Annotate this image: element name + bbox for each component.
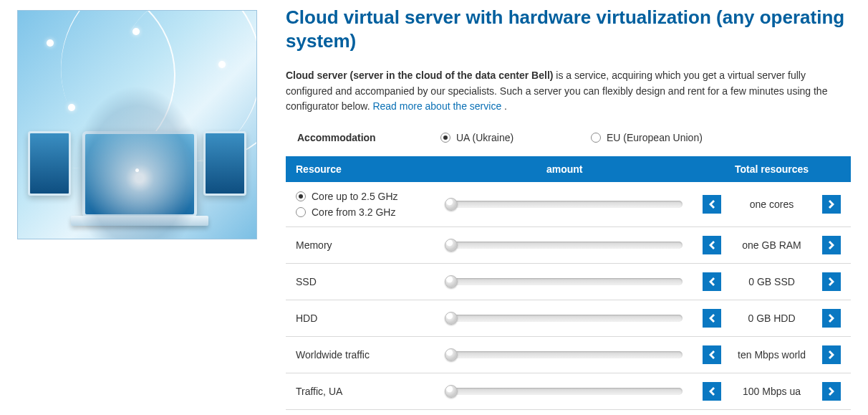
lead-text: Cloud server (server in the cloud of the… <box>286 68 851 115</box>
chevron-right-icon <box>829 200 834 209</box>
slider-thumb[interactable] <box>445 348 458 361</box>
worldwide-decrement[interactable] <box>703 345 721 364</box>
radio-icon <box>296 207 306 217</box>
traffic-ua-label: Traffic, UA <box>286 373 436 410</box>
slider-thumb[interactable] <box>445 312 458 325</box>
chevron-right-icon <box>829 241 834 249</box>
core-slider[interactable] <box>446 201 683 208</box>
memory-increment[interactable] <box>822 236 841 254</box>
radio-icon <box>296 191 306 201</box>
header-total: Total resources <box>693 156 851 182</box>
memory-slider[interactable] <box>446 242 683 249</box>
chevron-right-icon <box>829 350 834 359</box>
chevron-right-icon <box>829 314 834 323</box>
ssd-slider[interactable] <box>446 278 683 285</box>
hdd-label: HDD <box>286 300 436 337</box>
accommodation-eu[interactable]: EU (European Union) <box>591 132 703 143</box>
accommodation-ua[interactable]: UA (Ukraine) <box>440 132 569 143</box>
slider-thumb[interactable] <box>445 275 458 288</box>
worldwide-label: Worldwide traffic <box>286 337 436 373</box>
ssd-total: 0 GB SSD <box>730 276 814 287</box>
worldwide-increment[interactable] <box>822 345 841 364</box>
chevron-left-icon <box>709 387 715 396</box>
chevron-right-icon <box>829 277 834 286</box>
memory-label: Memory <box>286 227 436 264</box>
row-core: Core up to 2.5 GHz Core from 3.2 GHz <box>286 182 851 227</box>
row-hdd: HDD 0 GB HDD <box>286 300 851 337</box>
radio-icon <box>440 133 450 143</box>
slider-thumb[interactable] <box>445 198 458 211</box>
worldwide-total: ten Mbps world <box>730 349 814 361</box>
worldwide-slider[interactable] <box>446 351 683 358</box>
traffic-ua-total: 100 Mbps ua <box>730 386 814 397</box>
header-amount: amount <box>436 156 693 182</box>
radio-icon <box>591 133 601 143</box>
hero-image <box>17 10 257 239</box>
row-worldwide: Worldwide traffic ten Mbps world <box>286 337 851 373</box>
chevron-left-icon <box>709 314 715 323</box>
memory-decrement[interactable] <box>703 236 721 254</box>
configurator-table: Resource amount Total resources Core up … <box>286 156 851 415</box>
core-decrement[interactable] <box>703 195 721 214</box>
hdd-decrement[interactable] <box>703 309 721 328</box>
core-option-25[interactable]: Core up to 2.5 GHz <box>296 191 426 202</box>
core-option-32[interactable]: Core from 3.2 GHz <box>296 206 426 218</box>
traffic-ua-increment[interactable] <box>822 382 841 401</box>
chevron-left-icon <box>709 277 715 286</box>
read-more-link[interactable]: Read more about the service <box>372 100 501 112</box>
ssd-label: SSD <box>286 264 436 300</box>
accommodation-label: Accommodation <box>297 132 419 143</box>
chevron-left-icon <box>709 350 715 359</box>
traffic-ua-decrement[interactable] <box>703 382 721 401</box>
row-traffic-ua: Traffic, UA 100 Mbps ua <box>286 373 851 410</box>
row-ssd: SSD 0 GB SSD <box>286 264 851 300</box>
core-increment[interactable] <box>822 195 841 214</box>
row-os: operating system I do not know <box>286 410 851 415</box>
row-memory: Memory one GB RAM <box>286 227 851 264</box>
hdd-slider[interactable] <box>446 315 683 322</box>
os-label: operating system <box>286 410 436 415</box>
page-title: Cloud virtual server with hardware virtu… <box>286 6 851 52</box>
chevron-right-icon <box>829 387 834 396</box>
core-total: one cores <box>730 199 814 210</box>
header-resource: Resource <box>286 156 436 182</box>
memory-total: one GB RAM <box>730 239 814 251</box>
ssd-decrement[interactable] <box>703 272 721 291</box>
chevron-left-icon <box>709 241 715 249</box>
ssd-increment[interactable] <box>822 272 841 291</box>
lead-bold: Cloud server (server in the cloud of the… <box>286 70 553 81</box>
traffic-ua-slider[interactable] <box>446 388 683 395</box>
hdd-total: 0 GB HDD <box>730 313 814 324</box>
slider-thumb[interactable] <box>445 385 458 398</box>
chevron-left-icon <box>709 200 715 209</box>
slider-thumb[interactable] <box>445 239 458 252</box>
hdd-increment[interactable] <box>822 309 841 328</box>
